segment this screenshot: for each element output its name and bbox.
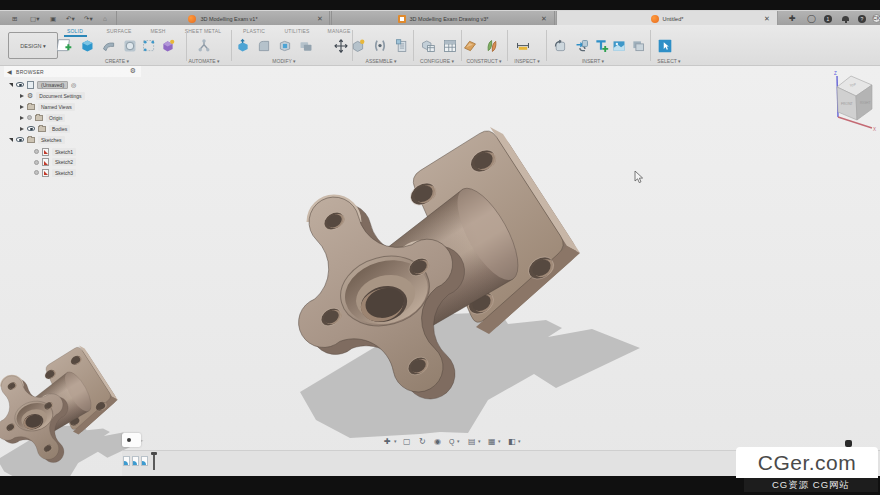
timeline-sketch1-icon[interactable] — [123, 456, 130, 466]
grid-icon[interactable]: ▦ — [488, 435, 496, 448]
create-group-label[interactable]: CREATE ▾ — [105, 58, 129, 64]
construct-group-label[interactable]: CONSTRUCT ▾ — [466, 58, 501, 64]
insert-group-label[interactable]: INSERT ▾ — [582, 58, 604, 64]
assemble-group-label[interactable]: ASSEMBLE ▾ — [366, 58, 397, 64]
move-icon[interactable] — [333, 38, 349, 54]
expand-icon[interactable] — [9, 138, 13, 142]
tab-doc3-active[interactable]: Untitled* — [556, 11, 778, 26]
display-caret[interactable]: ▾ — [478, 435, 481, 448]
help-icon[interactable]: ? — [858, 15, 866, 23]
configuration-table-icon[interactable] — [442, 38, 458, 54]
tab-doc3-close-icon[interactable]: ✕ — [764, 15, 770, 22]
visibility-bulb-icon[interactable] — [34, 149, 39, 154]
visibility-bulb-icon[interactable] — [34, 160, 39, 165]
joint-icon[interactable] — [372, 38, 388, 54]
viewports-icon[interactable]: ◧ — [508, 435, 516, 448]
extrude-icon[interactable] — [79, 38, 95, 54]
collapse-browser-icon[interactable]: ◀ — [7, 68, 12, 75]
press-pull-icon[interactable] — [235, 38, 251, 54]
comment-button[interactable] — [122, 433, 141, 447]
tab-surface[interactable]: SURFACE — [106, 28, 131, 36]
select-group-label[interactable]: SELECT ▾ — [657, 58, 680, 64]
tab-sheet-metal[interactable]: SHEET METAL — [185, 28, 221, 36]
canvas-icon[interactable] — [611, 38, 627, 54]
extensions-icon[interactable]: ✚ — [789, 14, 796, 23]
tab-doc1-close-icon[interactable]: ✕ — [317, 15, 323, 22]
zoom-icon[interactable]: Q — [449, 435, 454, 448]
visibility-bulb-icon[interactable] — [27, 115, 32, 120]
combine-icon[interactable] — [298, 38, 314, 54]
undo-icon[interactable]: ↶▾ — [66, 15, 75, 23]
automate-icon[interactable] — [196, 38, 212, 54]
insert-svg-icon[interactable] — [593, 38, 609, 54]
automate-group-label[interactable]: AUTOMATE ▾ — [188, 58, 219, 64]
tab-doc2-close-icon[interactable]: ✕ — [541, 15, 547, 22]
create-sketch-icon[interactable] — [57, 38, 73, 54]
visibility-eye-icon[interactable] — [16, 137, 24, 142]
design-dropdown[interactable]: DESIGN ▾ — [8, 32, 58, 59]
browser-row-sketches[interactable]: Sketches — [9, 135, 65, 144]
home-icon[interactable]: ⌂ — [103, 15, 107, 23]
display-settings-icon[interactable]: ▤ — [468, 435, 476, 448]
save-icon[interactable]: ▣ — [50, 15, 56, 23]
pan-icon[interactable]: ✚ — [384, 435, 391, 448]
expand-icon[interactable] — [20, 105, 24, 109]
notifications-count-icon[interactable]: 1 — [824, 15, 832, 23]
visibility-eye-icon[interactable] — [16, 82, 24, 87]
modify-group-label[interactable]: MODIFY ▾ — [272, 58, 295, 64]
job-status-icon[interactable]: ◯ — [807, 14, 816, 23]
browser-row-sketch3[interactable]: Sketch3 — [34, 168, 76, 177]
timeline-sketch2-icon[interactable] — [132, 456, 139, 466]
expand-icon[interactable] — [20, 94, 24, 98]
configure-group-label[interactable]: CONFIGURE ▾ — [420, 58, 454, 64]
browser-gear-icon[interactable]: ⚙ — [130, 67, 136, 74]
tab-utilities[interactable]: UTILITIES — [284, 28, 309, 36]
sweep-icon[interactable] — [101, 38, 117, 54]
orbit-icon[interactable]: ↻ — [419, 435, 426, 448]
new-component-icon[interactable] — [350, 38, 366, 54]
browser-header[interactable]: ◀ BROWSER ⚙ — [4, 66, 141, 77]
rigid-group-icon[interactable] — [394, 38, 410, 54]
viewports-caret[interactable]: ▾ — [518, 435, 521, 448]
look-at-icon[interactable]: ◉ — [434, 435, 441, 448]
browser-root-row[interactable]: (Unsaved) ◎ — [9, 80, 76, 89]
cad-model[interactable] — [299, 127, 640, 438]
viewcube[interactable]: Z X TOP FRONT RIGHT — [826, 68, 880, 132]
browser-row-namedviews[interactable]: Named Views — [20, 102, 75, 111]
timeline-playhead-cap[interactable] — [151, 452, 157, 455]
tab-doc2[interactable]: 3D Modelling Exam Drawing v3* — [331, 11, 555, 26]
visibility-bulb-icon[interactable] — [34, 170, 39, 175]
file-menu-icon[interactable]: ▢▾ — [30, 15, 39, 23]
revolve-icon[interactable] — [122, 38, 138, 54]
browser-row-sketch2[interactable]: Sketch2 — [34, 158, 76, 167]
fit-icon[interactable]: ▢ — [403, 435, 411, 448]
pan-caret[interactable]: ▾ — [394, 435, 397, 448]
select-icon[interactable] — [657, 38, 673, 54]
expand-icon[interactable] — [20, 116, 24, 120]
timeline-playhead[interactable] — [153, 453, 155, 470]
tab-mesh[interactable]: MESH — [150, 28, 165, 36]
construct-axis-icon[interactable] — [484, 38, 500, 54]
tab-doc1[interactable]: 3D Modelling Exam v1* — [116, 11, 330, 26]
app-grid-icon[interactable]: ⊞ — [12, 15, 17, 23]
root-radio-icon[interactable]: ◎ — [71, 81, 76, 88]
shell-icon[interactable] — [277, 38, 293, 54]
browser-row-origin[interactable]: Origin — [20, 113, 65, 122]
timeline-sketch3-icon[interactable] — [141, 456, 148, 466]
browser-row-bodies[interactable]: Bodies — [20, 124, 70, 133]
expand-icon[interactable] — [20, 127, 24, 131]
insert-derive-icon[interactable] — [552, 38, 568, 54]
decal-icon[interactable] — [630, 38, 646, 54]
tab-manage[interactable]: MANAGE — [328, 28, 351, 36]
browser-row-sketch1[interactable]: Sketch1 — [34, 147, 76, 156]
configure-icon[interactable] — [420, 38, 436, 54]
fillet-icon[interactable] — [256, 38, 272, 54]
browser-row-docsettings[interactable]: ⚙ Document Settings — [20, 91, 85, 100]
inspect-group-label[interactable]: INSPECT ▾ — [514, 58, 539, 64]
avatar[interactable]: CK — [872, 14, 880, 23]
redo-icon[interactable]: ↷▾ — [84, 15, 93, 23]
tab-plastic[interactable]: PLASTIC — [243, 28, 265, 36]
construct-plane-icon[interactable] — [462, 38, 478, 54]
zoom-caret[interactable]: ▾ — [457, 435, 460, 448]
expand-icon[interactable] — [9, 83, 13, 87]
